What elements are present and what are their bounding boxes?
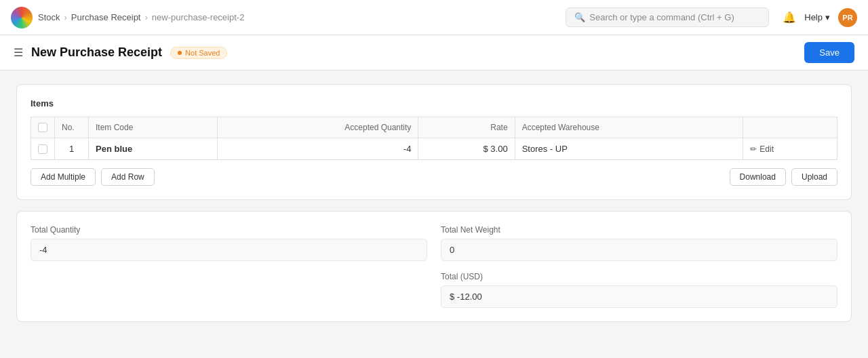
table-actions-right: Download Upload — [730, 168, 837, 186]
total-usd-value: $ -12.00 — [441, 285, 837, 308]
th-rate: Rate — [418, 117, 515, 138]
save-button[interactable]: Save — [804, 42, 854, 63]
table-row: 1 Pen blue -4 $ 3.00 Stores - UP ✏ Edit — [31, 138, 837, 160]
summary-grid: Total Quantity -4 Total Net Weight 0 Tot… — [31, 225, 837, 308]
breadcrumb: Stock › Purchase Receipt › new-purchase-… — [38, 12, 244, 22]
not-saved-dot — [178, 51, 182, 55]
th-accepted-qty: Accepted Quantity — [218, 117, 418, 138]
th-item-code: Item Code — [89, 117, 218, 138]
table-actions: Add Multiple Add Row Download Upload — [31, 168, 837, 186]
hamburger-icon[interactable]: ☰ — [14, 46, 23, 59]
total-quantity-value: -4 — [31, 239, 427, 261]
search-placeholder: Search or type a command (Ctrl + G) — [589, 12, 734, 22]
right-summary: Total Net Weight 0 Total (USD) $ -12.00 — [441, 225, 837, 308]
total-usd-block: Total (USD) $ -12.00 — [441, 272, 837, 308]
help-label: Help — [804, 12, 823, 22]
row-accepted-qty: -4 — [218, 138, 418, 160]
total-quantity-label: Total Quantity — [31, 225, 427, 235]
row-checkbox-cell — [31, 138, 55, 160]
avatar[interactable]: PR — [838, 8, 857, 27]
row-warehouse: Stores - UP — [515, 138, 743, 160]
breadcrumb-purchase-receipt[interactable]: Purchase Receipt — [71, 12, 141, 22]
edit-label: Edit — [760, 144, 774, 154]
th-no: No. — [55, 117, 89, 138]
edit-row-button[interactable]: ✏ Edit — [750, 144, 774, 154]
total-quantity-block: Total Quantity -4 — [31, 225, 427, 308]
edit-icon: ✏ — [750, 144, 757, 154]
row-checkbox[interactable] — [38, 144, 47, 154]
breadcrumb-current: new-purchase-receipt-2 — [152, 12, 245, 22]
breadcrumb-sep-1: › — [64, 12, 67, 22]
th-checkbox — [31, 117, 55, 138]
nav-right: 🔔 Help ▾ PR — [783, 8, 857, 27]
select-all-checkbox[interactable] — [38, 123, 47, 132]
th-accepted-warehouse: Accepted Warehouse — [515, 117, 743, 138]
download-button[interactable]: Download — [730, 168, 786, 186]
row-no: 1 — [55, 138, 89, 160]
page-title: New Purchase Receipt — [31, 45, 162, 60]
add-row-button[interactable]: Add Row — [101, 168, 155, 186]
main-content: Items No. Item Code Accepted Quantity Ra… — [0, 71, 868, 336]
top-nav: Stock › Purchase Receipt › new-purchase-… — [0, 0, 868, 35]
not-saved-label: Not Saved — [185, 49, 220, 57]
row-item-code: Pen blue — [89, 138, 218, 160]
sub-header: ☰ New Purchase Receipt Not Saved Save — [0, 35, 868, 71]
breadcrumb-stock[interactable]: Stock — [38, 12, 60, 22]
total-net-weight-value: 0 — [441, 239, 837, 261]
search-bar[interactable]: 🔍 Search or type a command (Ctrl + G) — [566, 7, 769, 27]
help-button[interactable]: Help ▾ — [804, 12, 830, 22]
upload-button[interactable]: Upload — [791, 168, 837, 186]
breadcrumb-sep-2: › — [144, 12, 147, 22]
table-actions-left: Add Multiple Add Row — [31, 168, 155, 186]
search-icon: 🔍 — [574, 12, 585, 22]
items-card: Items No. Item Code Accepted Quantity Ra… — [16, 84, 852, 200]
notification-bell-icon[interactable]: 🔔 — [783, 11, 796, 24]
not-saved-badge: Not Saved — [170, 47, 227, 59]
row-edit-cell: ✏ Edit — [743, 138, 837, 160]
th-actions — [743, 117, 837, 138]
summary-card: Total Quantity -4 Total Net Weight 0 Tot… — [16, 211, 852, 322]
help-chevron-icon: ▾ — [825, 12, 830, 22]
items-table: No. Item Code Accepted Quantity Rate Acc… — [31, 117, 837, 160]
add-multiple-button[interactable]: Add Multiple — [31, 168, 96, 186]
total-net-weight-label: Total Net Weight — [441, 225, 837, 235]
items-section-title: Items — [31, 98, 837, 108]
app-logo — [11, 7, 33, 28]
total-net-weight-block: Total Net Weight 0 — [441, 225, 837, 261]
row-rate: $ 3.00 — [418, 138, 515, 160]
total-usd-label: Total (USD) — [441, 272, 837, 281]
